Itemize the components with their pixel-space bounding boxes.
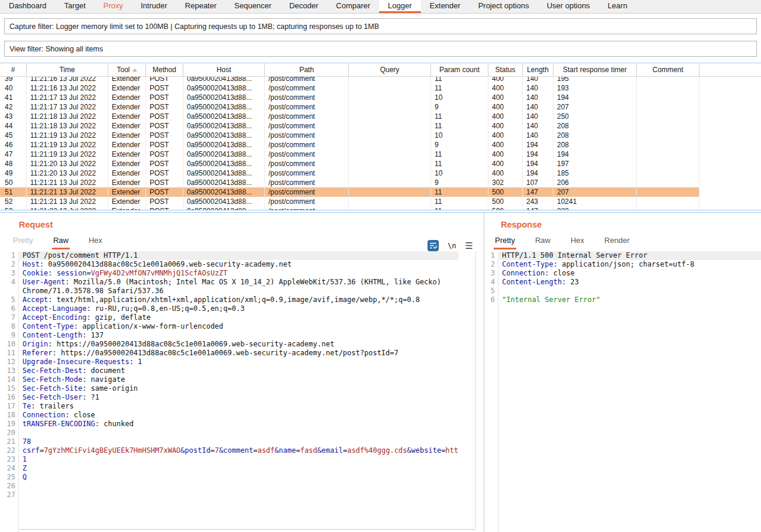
response-editor[interactable]: 1HTTP/1.1 500 Internal Server Error2Cont… — [484, 251, 761, 532]
column-header-method[interactable]: Method — [146, 63, 183, 76]
menu-tab-extender[interactable]: Extender — [421, 0, 469, 13]
cell: 47 — [0, 150, 27, 159]
log-row-51[interactable]: 5111:21:21 13 Jul 2022ExtenderPOST0a9500… — [0, 187, 700, 197]
line-number: 26 — [0, 482, 18, 491]
cell: 400 — [488, 93, 523, 102]
response-tab-raw[interactable]: Raw — [534, 236, 552, 249]
request-editor[interactable]: 1POST /post/comment HTTP/1.12Host: 0a950… — [0, 251, 458, 532]
log-row-44[interactable]: 4411:21:18 13 Jul 2022ExtenderPOST0a9500… — [0, 121, 700, 131]
column-header-param-count[interactable]: Param count — [431, 63, 488, 76]
menu-tab-proxy[interactable]: Proxy — [95, 0, 132, 13]
cell — [349, 159, 431, 168]
menu-tab-dashboard[interactable]: Dashboard — [0, 0, 56, 13]
log-row-46[interactable]: 4611:21:19 13 Jul 2022ExtenderPOST0a9500… — [0, 140, 700, 150]
menu-tab-user-options[interactable]: User options — [538, 0, 599, 13]
response-tab-pretty[interactable]: Pretty — [494, 236, 516, 249]
menu-tab-intruder[interactable]: Intruder — [132, 0, 176, 13]
code-segment: : same-origin — [82, 384, 138, 392]
code-segment: : 1 — [129, 358, 143, 366]
cell: 243 — [523, 197, 553, 206]
log-row-53[interactable]: 5311:21:22 13 Jul 2022ExtenderPOST0a9500… — [0, 206, 700, 210]
menu-tab-learn[interactable]: Learn — [599, 0, 636, 13]
cell: 0a9500020413d88... — [183, 131, 265, 140]
code-text: HTTP/1.1 500 Internal Server Error — [499, 251, 761, 260]
cell: /post/comment — [265, 178, 349, 187]
column-header-comment[interactable]: Comment — [637, 63, 700, 76]
cell: 42 — [0, 102, 27, 112]
request-vertical-scrollbar[interactable] — [475, 251, 476, 529]
column-header-status[interactable]: Status — [488, 63, 523, 76]
column-header-start-response-timer[interactable]: Start response timer — [553, 63, 637, 76]
view-filter-bar[interactable]: View filter: Showing all items — [4, 41, 757, 57]
code-text: Content-Type: application/x-www-form-url… — [20, 322, 458, 331]
menu-tab-sequencer[interactable]: Sequencer — [225, 0, 280, 13]
code-text: Content-Type: application/json; charset=… — [499, 260, 761, 269]
response-tab-hex[interactable]: Hex — [569, 236, 585, 249]
cell — [349, 150, 431, 159]
log-row-39[interactable]: 3911:21:16 13 Jul 2022ExtenderPOST0a9500… — [0, 77, 700, 83]
column-header-time[interactable]: Time — [27, 63, 108, 76]
column-header-path[interactable]: Path — [265, 63, 349, 76]
menu-tab-decoder[interactable]: Decoder — [280, 0, 327, 13]
column-header--[interactable]: # — [0, 63, 27, 76]
menu-tab-target[interactable]: Target — [56, 0, 95, 13]
cell: POST — [146, 77, 183, 83]
request-horizontal-scrollbar[interactable] — [20, 529, 476, 530]
log-row-42[interactable]: 4211:21:17 13 Jul 2022ExtenderPOST0a9500… — [0, 102, 700, 112]
column-header-length[interactable]: Length — [523, 63, 553, 76]
request-editor-toolbar: \n ☰ — [428, 240, 473, 251]
code-text: Origin: https://0a9500020413d88ac08c5c1e… — [20, 340, 458, 349]
wrap-lines-toggle-button[interactable] — [428, 240, 439, 251]
code-segment: Sec-Fetch-Mode — [22, 375, 82, 384]
cell: 194 — [523, 150, 553, 159]
code-segment: Host — [22, 260, 40, 268]
log-row-45[interactable]: 4511:21:19 13 Jul 2022ExtenderPOST0a9500… — [0, 131, 700, 140]
cell: POST — [146, 121, 183, 131]
cell: POST — [146, 102, 183, 112]
log-row-43[interactable]: 4311:21:18 13 Jul 2022ExtenderPOST0a9500… — [0, 112, 700, 121]
menu-tab-repeater[interactable]: Repeater — [176, 0, 225, 13]
column-header-host[interactable]: Host — [183, 63, 265, 76]
log-row-49[interactable]: 4911:21:20 13 Jul 2022ExtenderPOST0a9500… — [0, 168, 700, 178]
menu-tab-project-options[interactable]: Project options — [469, 0, 538, 13]
cell: /post/comment — [265, 77, 349, 83]
code-line: 25Q — [0, 473, 458, 482]
column-header-filler — [700, 63, 761, 76]
editor-menu-icon[interactable]: ☰ — [465, 241, 473, 250]
line-number: 14 — [0, 375, 18, 384]
code-segment: Te — [22, 402, 31, 410]
request-tabs: PrettyRawHex — [12, 235, 484, 249]
code-text: Content-Length: 23 — [499, 278, 761, 287]
code-segment: Cookie — [22, 269, 48, 277]
wrap-lines-icon — [429, 242, 437, 249]
cell: 52 — [0, 197, 27, 206]
menu-tab-logger[interactable]: Logger — [379, 0, 420, 13]
code-segment: &email — [318, 446, 343, 455]
code-text: Z — [20, 464, 458, 473]
column-header-tool[interactable]: Tool — [108, 63, 146, 76]
line-number: 25 — [0, 473, 18, 482]
code-segment: : gzip, deflate — [86, 313, 150, 322]
code-segment: : chunked — [95, 420, 134, 428]
menu-tab-comparer[interactable]: Comparer — [327, 0, 379, 13]
cell — [637, 83, 700, 93]
log-row-41[interactable]: 4111:21:17 13 Jul 2022ExtenderPOST0a9500… — [0, 93, 700, 102]
cell — [637, 168, 700, 178]
request-tab-raw[interactable]: Raw — [52, 236, 70, 249]
response-tab-render[interactable]: Render — [603, 236, 631, 249]
log-row-40[interactable]: 4011:21:16 13 Jul 2022ExtenderPOST0a9500… — [0, 83, 700, 93]
request-tab-hex[interactable]: Hex — [88, 236, 103, 249]
cell: 46 — [0, 140, 27, 150]
cell: Extender — [108, 150, 146, 159]
log-row-52[interactable]: 5211:21:21 13 Jul 2022ExtenderPOST0a9500… — [0, 197, 700, 206]
newline-marker-toggle[interactable]: \n — [448, 242, 456, 250]
column-header-query[interactable]: Query — [349, 63, 431, 76]
log-row-47[interactable]: 4711:21:19 13 Jul 2022ExtenderPOST0a9500… — [0, 150, 700, 159]
code-text: Accept: text/html,application/xhtml+xml,… — [20, 296, 458, 304]
log-row-48[interactable]: 4811:21:20 13 Jul 2022ExtenderPOST0a9500… — [0, 159, 700, 168]
code-segment: Origin — [22, 340, 48, 348]
capture-filter-bar[interactable]: Capture filter: Logger memory limit set … — [4, 18, 757, 34]
code-line: 22csrf=7gYzhMCiFvi4gBEyUEEk7HmHSHM7xWAO&… — [0, 446, 458, 455]
cell: 11 — [431, 83, 488, 93]
log-row-50[interactable]: 5011:21:21 13 Jul 2022ExtenderPOST0a9500… — [0, 178, 700, 187]
